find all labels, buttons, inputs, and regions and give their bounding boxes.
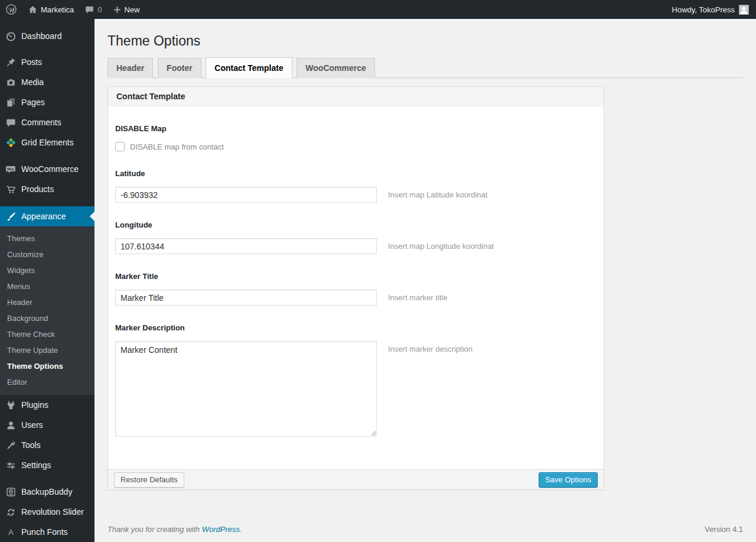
- sidebar-item-label: Grid Elements: [21, 138, 74, 147]
- sidebar-item-media[interactable]: Media: [0, 72, 94, 92]
- field-disable-map: DISABLE Map DISABLE map from contact: [115, 124, 597, 151]
- admin-footer: Thank you for creating with WordPress. V…: [107, 525, 743, 534]
- sidebar-item-products[interactable]: Products: [0, 179, 94, 199]
- sidebar-item-label: Pages: [21, 98, 45, 107]
- footer-period: .: [240, 525, 242, 534]
- disable-map-checkbox[interactable]: [115, 142, 125, 151]
- tab-woocommerce[interactable]: WooCommerce: [296, 58, 374, 78]
- field-label: Marker Title: [115, 272, 597, 281]
- sidebar-item-tools[interactable]: Tools: [0, 435, 94, 455]
- sidebar-item-plugins[interactable]: Plugins: [0, 395, 94, 415]
- footer-thanks-text: Thank you for creating with: [107, 525, 202, 534]
- woocommerce-icon: Woo: [5, 163, 17, 175]
- sidebar-item-label: Tools: [21, 440, 41, 450]
- field-label: Latitude: [115, 169, 597, 178]
- sidebar-item-grid-elements[interactable]: Grid Elements: [0, 132, 94, 152]
- sidebar-item-label: BackupBuddy: [21, 487, 72, 496]
- submenu-item-editor[interactable]: Editor: [0, 374, 94, 390]
- sidebar-item-label: Media: [21, 77, 44, 87]
- panel-title: Contact Template: [108, 87, 604, 106]
- wordpress-link[interactable]: WordPress: [202, 525, 240, 534]
- wordpress-logo-icon: [5, 4, 17, 15]
- tab-header[interactable]: Header: [107, 58, 153, 78]
- admin-bar: Marketica 0 New Howdy, TokoPress: [0, 0, 756, 19]
- submenu-item-header[interactable]: Header: [0, 294, 94, 310]
- submenu-item-widgets[interactable]: Widgets: [0, 262, 94, 278]
- sidebar-item-label: Users: [21, 420, 43, 430]
- latitude-input[interactable]: [115, 187, 377, 203]
- pages-icon: [5, 96, 17, 108]
- field-label: Longitude: [115, 220, 597, 229]
- sidebar-item-label: Comments: [21, 118, 61, 127]
- submenu-item-theme-options[interactable]: Theme Options: [0, 358, 94, 374]
- revolution-slider-icon: [5, 506, 17, 518]
- save-options-button[interactable]: Save Options: [539, 472, 598, 488]
- marker-title-input[interactable]: [115, 290, 377, 306]
- submenu-item-menus[interactable]: Menus: [0, 278, 94, 294]
- version-text: Version 4.1: [705, 525, 743, 534]
- submenu-item-theme-check[interactable]: Theme Check: [0, 326, 94, 342]
- avatar: [739, 5, 749, 15]
- tab-footer[interactable]: Footer: [158, 58, 201, 78]
- restore-defaults-button[interactable]: Restore Defaults: [114, 472, 184, 488]
- wordpress-logo-menu[interactable]: [0, 0, 22, 19]
- sidebar-item-users[interactable]: Users: [0, 415, 94, 435]
- field-longitude: Longitude Insert map Longitude koordinat: [115, 220, 597, 254]
- home-icon: [28, 5, 38, 15]
- disable-map-checkbox-label[interactable]: DISABLE map from contact: [130, 142, 224, 151]
- sidebar-item-label: Plugins: [21, 400, 48, 410]
- grid-elements-icon: [5, 137, 17, 148]
- sidebar-item-settings[interactable]: Settings: [0, 455, 94, 475]
- sidebar-item-label: Revolution Slider: [21, 507, 84, 517]
- field-label: DISABLE Map: [115, 124, 597, 133]
- page-title: Theme Options: [107, 27, 743, 52]
- sidebar-item-pages[interactable]: Pages: [0, 92, 94, 112]
- settings-sliders-icon: [5, 459, 17, 471]
- tab-contact-template[interactable]: Contact Template: [206, 57, 292, 78]
- marker-title-hint: Insert marker title: [388, 290, 447, 302]
- sidebar-item-appearance[interactable]: Appearance: [0, 206, 94, 226]
- howdy-text: Howdy, TokoPress: [672, 5, 735, 14]
- comment-count: 0: [97, 5, 102, 14]
- submenu-item-background[interactable]: Background: [0, 310, 94, 326]
- sidebar-item-label: Appearance: [21, 212, 66, 221]
- admin-sidebar: Dashboard Posts Media Pages Comments: [0, 19, 94, 542]
- new-label: New: [125, 5, 140, 14]
- field-marker-description: Marker Description Marker Content Insert…: [115, 323, 597, 437]
- sidebar-item-comments[interactable]: Comments: [0, 112, 94, 132]
- camera-icon: [5, 76, 17, 88]
- theme-options-tabs: Header Footer Contact Template WooCommer…: [107, 52, 743, 78]
- comments-icon: [5, 116, 17, 128]
- plus-icon: [113, 5, 122, 14]
- comment-bubble-icon: [84, 5, 94, 15]
- account-menu[interactable]: Howdy, TokoPress: [665, 0, 756, 19]
- footer-thanks: Thank you for creating with WordPress.: [107, 525, 242, 534]
- comments-shortcut[interactable]: 0: [79, 0, 107, 19]
- user-icon: [5, 419, 17, 431]
- field-latitude: Latitude Insert map Latitude koordinat: [115, 169, 597, 203]
- marker-description-hint: Insert marker description: [388, 341, 472, 353]
- sidebar-item-label: Products: [21, 184, 54, 194]
- field-label: Marker Description: [115, 323, 597, 332]
- sidebar-item-backupbuddy[interactable]: BackupBuddy: [0, 482, 94, 502]
- site-name: Marketica: [41, 5, 74, 14]
- sidebar-item-revolution-slider[interactable]: Revolution Slider: [0, 502, 94, 522]
- latitude-hint: Insert map Latitude koordinat: [388, 187, 487, 199]
- appearance-brush-icon: [5, 210, 17, 222]
- longitude-hint: Insert map Longitude koordinat: [388, 238, 494, 251]
- sidebar-item-dashboard[interactable]: Dashboard: [0, 26, 94, 46]
- appearance-submenu: Themes Customize Widgets Menus Header Ba…: [0, 226, 94, 395]
- sidebar-item-label: Punch Fonts: [21, 527, 68, 537]
- longitude-input[interactable]: [115, 238, 377, 254]
- panel-body: DISABLE Map DISABLE map from contact Lat…: [108, 106, 604, 469]
- submenu-item-themes[interactable]: Themes: [0, 231, 94, 246]
- sidebar-item-posts[interactable]: Posts: [0, 52, 94, 72]
- new-content-menu[interactable]: New: [107, 0, 145, 19]
- sidebar-item-woocommerce[interactable]: Woo WooCommerce: [0, 159, 94, 179]
- site-link[interactable]: Marketica: [22, 0, 79, 19]
- marker-description-textarea[interactable]: Marker Content: [115, 341, 377, 437]
- submenu-item-customize[interactable]: Customize: [0, 246, 94, 262]
- submenu-item-theme-update[interactable]: Theme Update: [0, 342, 94, 358]
- panel-footer: Restore Defaults Save Options: [108, 469, 604, 489]
- sidebar-item-punch-fonts[interactable]: A Punch Fonts: [0, 522, 94, 542]
